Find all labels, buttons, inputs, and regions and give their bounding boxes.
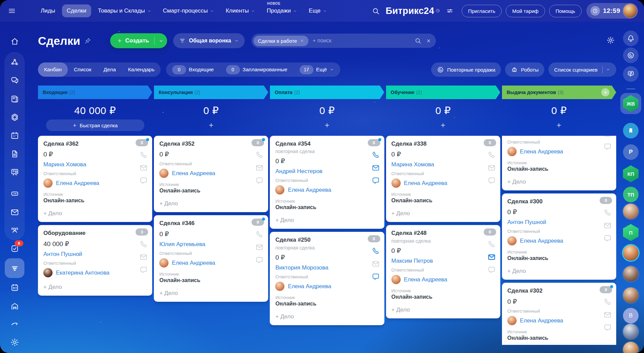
search-icon[interactable] xyxy=(415,37,421,44)
responsible-link[interactable]: Елена Андреева xyxy=(404,180,447,186)
user-avatar[interactable] xyxy=(623,4,637,18)
nav-item-deals[interactable]: Сделки xyxy=(62,4,91,17)
deal-title[interactable]: Сделка #250 xyxy=(275,236,379,243)
add-activity-link[interactable]: + Дело xyxy=(43,210,147,217)
sidebar-item-telephony[interactable] xyxy=(7,317,22,332)
phone-icon[interactable] xyxy=(603,208,612,217)
chat-icon[interactable] xyxy=(487,266,496,274)
deal-card[interactable]: 0Сделка #3520 ₽ОтветственныйЕлена Андрее… xyxy=(154,136,268,212)
column-header[interactable]: Выдача документов(3) xyxy=(502,86,616,99)
deal-title[interactable]: Сделка #362 xyxy=(43,140,147,147)
rail-user-avatar[interactable] xyxy=(623,287,639,303)
chat-icon[interactable] xyxy=(603,143,612,151)
tab-calendar[interactable]: Календарь xyxy=(122,62,161,77)
add-activity-link[interactable]: + Дело xyxy=(159,200,263,207)
sidebar-item-crm[interactable] xyxy=(5,258,24,278)
responsible-link[interactable]: Елена Андреева xyxy=(520,317,563,324)
phone-icon[interactable] xyxy=(139,240,148,248)
sidebar-item-documents[interactable] xyxy=(7,146,22,161)
tab-activities[interactable]: Дела xyxy=(98,62,122,77)
add-activity-link[interactable]: + Дело xyxy=(275,313,379,320)
deal-card[interactable]: 0Сделка #250повторная сделка0 ₽Виктория … xyxy=(270,232,384,325)
chat-icon[interactable] xyxy=(371,176,380,185)
tab-list[interactable]: Список xyxy=(68,62,98,77)
rail-user-avatar[interactable] xyxy=(623,204,639,219)
responsible-link[interactable]: Екатерина Антонова xyxy=(56,270,109,276)
rail-chat[interactable]: П xyxy=(623,225,639,240)
phone-icon[interactable] xyxy=(139,151,148,159)
column-header[interactable]: Входящие(2) xyxy=(38,86,152,99)
mail-icon[interactable] xyxy=(487,253,496,261)
add-card-button[interactable] xyxy=(502,119,616,131)
responsible-link[interactable]: Елена Андреева xyxy=(520,148,563,155)
nav-item-sales[interactable]: НОВОЕПродажи xyxy=(262,4,302,17)
rail-bell-button[interactable] xyxy=(623,31,639,46)
deal-title[interactable]: Сделка #354 xyxy=(275,140,379,147)
search-input[interactable]: + поиск xyxy=(313,38,410,44)
sidebar-item-tasks[interactable]: 8 xyxy=(7,241,22,256)
phone-icon[interactable] xyxy=(371,151,380,159)
chat-icon[interactable] xyxy=(603,323,612,332)
client-link[interactable]: Андрей Нестеров xyxy=(275,168,379,175)
repeat-sales-button[interactable]: Повторные продажи xyxy=(431,62,501,77)
sidebar-item-mail[interactable] xyxy=(7,205,22,220)
mail-icon[interactable] xyxy=(139,253,148,261)
deal-title[interactable]: Сделка #352 xyxy=(159,140,263,147)
board-settings-button[interactable] xyxy=(605,35,616,47)
sidebar-item-network[interactable] xyxy=(7,55,22,70)
deal-title[interactable]: Сделка #338 xyxy=(391,140,495,147)
sidebar-item-settings[interactable] xyxy=(7,335,22,350)
display-settings-button[interactable] xyxy=(445,6,455,16)
mail-icon[interactable] xyxy=(371,260,380,268)
rail-user-avatar[interactable] xyxy=(623,245,639,261)
deal-title[interactable]: Оборудование xyxy=(43,229,147,237)
responsible-link[interactable]: Елена Андреева xyxy=(404,276,447,283)
phone-icon[interactable] xyxy=(255,230,264,239)
sidebar-item-feed[interactable] xyxy=(7,91,22,106)
sidebar-item-sign[interactable] xyxy=(7,165,22,180)
responsible-link[interactable]: Елена Андреева xyxy=(172,260,215,266)
mail-icon[interactable] xyxy=(487,164,496,172)
deal-card[interactable]: 0Сделка #3460 ₽Юлия АртемьеваОтветственн… xyxy=(154,215,268,301)
counter-more[interactable]: 17 Ещё xyxy=(294,62,341,77)
nav-item-more[interactable]: Еще xyxy=(304,4,332,17)
add-activity-link[interactable]: + Дело xyxy=(275,217,379,224)
deal-title[interactable]: Сделка #302 xyxy=(507,287,611,294)
my-tariff-button[interactable]: Мой тариф xyxy=(506,5,545,17)
counter-planned[interactable]: 0 Запланированные xyxy=(220,62,294,77)
add-card-button[interactable] xyxy=(154,119,268,131)
funnel-select-button[interactable]: Общая воронка xyxy=(173,33,244,48)
client-link[interactable]: Антон Пушной xyxy=(507,219,611,226)
client-link[interactable]: Виктория Морозова xyxy=(275,264,379,271)
help-button[interactable]: Помощь xyxy=(549,5,582,17)
rail-user-avatar[interactable] xyxy=(623,342,639,353)
add-activity-link[interactable]: + Дело xyxy=(391,306,495,313)
responsible-link[interactable]: Елена Андреева xyxy=(172,170,215,176)
rail-user-avatar[interactable] xyxy=(623,324,639,339)
mail-icon[interactable] xyxy=(255,164,264,172)
nav-item-clients[interactable]: Клиенты xyxy=(221,4,260,17)
phone-icon[interactable] xyxy=(603,298,612,306)
mail-icon[interactable] xyxy=(603,136,612,138)
mail-icon[interactable] xyxy=(255,243,264,252)
deal-title[interactable]: Сделка #346 xyxy=(159,220,263,227)
deal-card[interactable]: 0Сделка #3620 ₽Марина ХомоваОтветственны… xyxy=(38,136,152,222)
phone-icon[interactable] xyxy=(371,247,380,255)
deal-card[interactable]: 0Сделка #354повторная сделка0 ₽Андрей Не… xyxy=(270,136,384,229)
chat-icon[interactable] xyxy=(371,273,380,281)
sidebar-item-booking[interactable] xyxy=(7,280,22,295)
search-button[interactable] xyxy=(370,6,381,16)
client-link[interactable]: Максим Петров xyxy=(391,258,495,264)
client-link[interactable]: Антон Пушной xyxy=(43,251,147,258)
client-link[interactable]: Марина Хомова xyxy=(391,161,495,168)
phone-icon[interactable] xyxy=(255,151,264,159)
mail-icon[interactable] xyxy=(603,311,612,319)
deal-card[interactable]: 0Сделка #3000 ₽Антон ПушнойОтветственный… xyxy=(502,193,616,280)
add-card-button[interactable] xyxy=(270,119,384,131)
chat-icon[interactable] xyxy=(139,176,148,185)
phone-icon[interactable] xyxy=(487,240,496,248)
deal-card[interactable]: 0Сделка #3380 ₽Марина ХомоваОтветственны… xyxy=(386,136,500,222)
scenarios-button[interactable]: Список сценариев xyxy=(548,62,616,77)
mail-icon[interactable] xyxy=(603,221,612,230)
chat-icon[interactable] xyxy=(255,256,264,264)
